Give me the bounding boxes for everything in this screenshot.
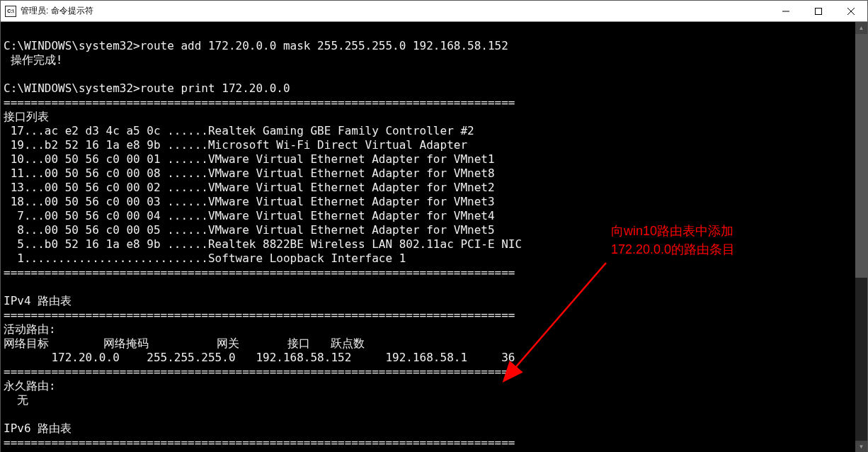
term-line: 接口列表: [4, 110, 49, 123]
minimize-button[interactable]: [770, 1, 802, 22]
term-line: ========================================…: [4, 436, 515, 449]
term-line: 7...00 50 56 c0 00 04 ......VMware Virtu…: [4, 209, 495, 222]
cmd-window: C:\ 管理员: 命令提示符 C:\WINDOWS\system32>route…: [0, 0, 868, 452]
term-line: 11...00 50 56 c0 00 08 ......VMware Virt…: [4, 166, 495, 180]
term-line: 8...00 50 56 c0 00 05 ......VMware Virtu…: [4, 223, 495, 237]
term-line: 无: [4, 393, 28, 407]
term-line: 18...00 50 56 c0 00 03 ......VMware Virt…: [4, 195, 495, 208]
term-line: ========================================…: [4, 266, 515, 279]
term-line: 1...........................Software Loo…: [4, 252, 406, 265]
scroll-up-button[interactable]: ▲: [855, 22, 867, 34]
window-title: 管理员: 命令提示符: [21, 5, 770, 17]
term-line: 13...00 50 56 c0 00 02 ......VMware Virt…: [4, 181, 495, 194]
term-line: 操作完成!: [4, 53, 62, 67]
content-area: C:\WINDOWS\system32>route add 172.20.0.0…: [1, 22, 867, 452]
scroll-thumb[interactable]: [855, 34, 867, 278]
scroll-down-button[interactable]: ▼: [855, 441, 867, 452]
cmd-icon: C:\: [5, 6, 16, 17]
scroll-track[interactable]: [855, 34, 867, 441]
term-line: ========================================…: [4, 308, 515, 322]
close-button[interactable]: [835, 1, 867, 22]
term-line: 网络目标 网络掩码 网关 接口 跃点数: [4, 337, 365, 350]
term-line: 永久路由:: [4, 379, 56, 392]
annotation-line2: 172.20.0.0的路由条目: [611, 240, 735, 259]
term-line: ========================================…: [4, 96, 515, 109]
svg-rect-1: [816, 8, 822, 14]
annotation-text: 向win10路由表中添加 172.20.0.0的路由条目: [611, 222, 735, 259]
titlebar[interactable]: C:\ 管理员: 命令提示符: [1, 1, 867, 22]
term-line: ========================================…: [4, 365, 515, 378]
term-line: C:\WINDOWS\system32>route add 172.20.0.0…: [4, 39, 508, 52]
term-line: C:\WINDOWS\system32>route print 172.20.0…: [4, 81, 290, 95]
term-line: 17...ac e2 d3 4c a5 0c ......Realtek Gam…: [4, 124, 474, 137]
term-line: 10...00 50 56 c0 00 01 ......VMware Virt…: [4, 152, 495, 166]
vertical-scrollbar[interactable]: ▲ ▼: [855, 22, 867, 452]
maximize-button[interactable]: [802, 1, 835, 22]
term-line: IPv6 路由表: [4, 422, 72, 435]
term-line: 172.20.0.0 255.255.255.0 192.168.58.152 …: [4, 351, 515, 364]
term-line: 19...b2 52 16 1a e8 9b ......Microsoft W…: [4, 138, 467, 152]
term-line: 活动路由:: [4, 322, 56, 336]
annotation-line1: 向win10路由表中添加: [611, 222, 735, 240]
term-line: 5...b0 52 16 1a e8 9b ......Realtek 8822…: [4, 237, 522, 251]
term-line: IPv4 路由表: [4, 294, 72, 307]
